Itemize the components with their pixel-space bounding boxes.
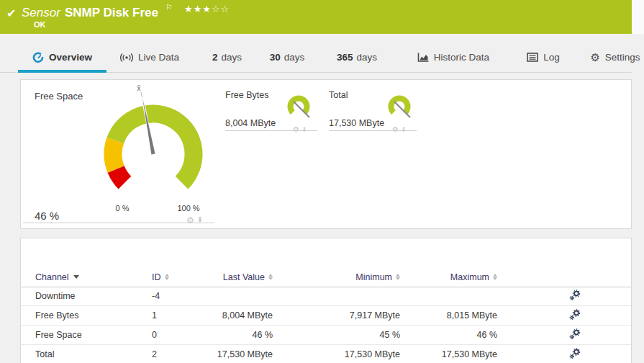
status-badge: OK — [34, 20, 46, 29]
pin-icon[interactable] — [196, 214, 204, 227]
channel-settings-icon[interactable] — [569, 328, 581, 340]
tab-label: Settings — [605, 52, 640, 63]
tab-historic-data[interactable]: Historic Data — [407, 42, 500, 72]
tab-365-days[interactable]: 365 days — [322, 42, 391, 72]
active-tab-underline — [18, 70, 106, 73]
main-gauge-actions: ⚙ — [186, 214, 204, 227]
free-bytes-title: Free Bytes — [225, 90, 268, 100]
cell-last: 17,530 MByte — [215, 349, 273, 359]
right-gutter — [632, 0, 644, 34]
cell-divider — [225, 130, 317, 131]
flag-icon[interactable]: ⚐ — [165, 3, 173, 12]
gauge-min-label: 0 % — [116, 204, 130, 212]
tab-log[interactable]: Log — [517, 42, 570, 72]
channel-settings-icon[interactable] — [569, 290, 581, 301]
stars-empty: ☆☆ — [212, 4, 230, 14]
tab-overview[interactable]: Overview — [18, 42, 106, 72]
sort-desc-icon — [73, 275, 79, 279]
average-marker: x̄ — [137, 84, 141, 92]
cell-last: 8,004 MByte — [215, 310, 273, 321]
sensor-kind-label: Sensor — [22, 6, 60, 19]
header-id[interactable]: ID — [152, 272, 169, 282]
live-icon — [120, 53, 133, 63]
header-maximum[interactable]: Maximum — [400, 272, 497, 282]
cell-id: 1 — [152, 310, 215, 321]
cell-id: 0 — [152, 330, 215, 340]
free-bytes-mini-gauge — [283, 91, 314, 123]
gauge-icon — [32, 52, 44, 63]
channels-panel: Channel ID Last Value Minimum Maximum Do… — [20, 238, 632, 363]
table-row: Free Space 0 46 % 45 % 46 % — [21, 326, 631, 345]
ok-check-icon: ✔ — [6, 6, 16, 20]
tab-label: days — [221, 52, 242, 63]
stars-filled: ★★★ — [184, 4, 212, 14]
cell-min: 7,917 MByte — [273, 310, 400, 321]
sensor-title: SensorSNMP Disk Free — [22, 6, 158, 20]
table-header-row: Channel ID Last Value Minimum Maximum — [21, 267, 631, 287]
pin-icon[interactable] — [301, 123, 307, 136]
free-bytes-actions: ⚙ — [293, 123, 307, 136]
gauge-max-label: 100 % — [177, 204, 199, 212]
cell-channel: Free Bytes — [35, 310, 152, 321]
channel-settings-icon[interactable] — [569, 348, 581, 359]
gauges-panel: Free Space x̄ 0 % 100 % 46 % ⚙ Free Byt — [20, 79, 632, 229]
log-icon — [527, 53, 538, 62]
tab-2-days[interactable]: 2 days — [200, 42, 254, 72]
total-mini-gauge — [384, 91, 415, 123]
sort-icon — [493, 274, 497, 281]
free-bytes-value: 8,004 MByte — [225, 118, 276, 128]
table-row: Total 2 17,530 MByte 17,530 MByte 17,530… — [21, 345, 631, 363]
cell-channel: Total — [35, 349, 152, 359]
pin-icon[interactable] — [401, 123, 407, 136]
tab-live-data[interactable]: Live Data — [114, 42, 186, 72]
gear-icon: ⚙ — [590, 52, 599, 63]
cell-max: 17,530 MByte — [400, 349, 497, 359]
total-title: Total — [329, 90, 348, 100]
total-value: 17,530 MByte — [329, 118, 384, 128]
tab-label: Live Data — [138, 52, 179, 63]
prtg-sensor-page: ✔ SensorSNMP Disk Free ⚐ ★★★☆☆ OK Overvi… — [0, 0, 644, 363]
gauge-settings-icon[interactable]: ⚙ — [293, 126, 299, 133]
cell-id: 2 — [152, 349, 215, 359]
tab-number: 30 — [270, 52, 281, 63]
main-gauge-value: 46 % — [35, 210, 59, 222]
cell-last: 46 % — [215, 330, 273, 340]
cell-max: 8,015 MByte — [400, 310, 497, 321]
tab-30-days[interactable]: 30 days — [259, 42, 315, 72]
header-minimum[interactable]: Minimum — [273, 272, 400, 282]
free-space-gauge: x̄ 0 % 100 % — [81, 80, 225, 220]
tab-label: Historic Data — [434, 52, 489, 63]
tab-number: 365 — [337, 52, 353, 63]
cell-min: 17,530 MByte — [273, 349, 400, 359]
cell-channel: Downtime — [35, 291, 152, 301]
cell-channel: Free Space — [35, 330, 152, 340]
cell-divider — [329, 130, 417, 131]
priority-stars[interactable]: ★★★☆☆ — [184, 4, 230, 14]
tab-bar: Overview Live Data 2 days 30 days 365 da… — [0, 42, 632, 73]
tab-number: 2 — [212, 52, 218, 63]
sensor-name: SNMP Disk Free — [65, 6, 158, 19]
cell-id: -4 — [152, 291, 215, 301]
total-actions: ⚙ — [392, 123, 407, 136]
tab-label: days — [357, 52, 378, 63]
tab-label: Overview — [49, 52, 92, 63]
cell-min: 45 % — [273, 330, 400, 340]
header-last-value[interactable]: Last Value — [215, 272, 273, 282]
tab-label: days — [284, 52, 305, 63]
tab-settings[interactable]: ⚙ Settings — [586, 42, 644, 72]
channel-settings-icon[interactable] — [569, 309, 581, 321]
sensor-status-header: ✔ SensorSNMP Disk Free ⚐ ★★★☆☆ OK — [0, 0, 632, 34]
gauge-settings-icon[interactable]: ⚙ — [186, 216, 194, 225]
cell-max: 46 % — [400, 330, 497, 340]
gauge-settings-icon[interactable]: ⚙ — [392, 126, 399, 133]
cell-divider — [23, 223, 214, 223]
chart-icon — [417, 53, 429, 63]
table-row: Free Bytes 1 8,004 MByte 7,917 MByte 8,0… — [21, 306, 631, 326]
sort-icon — [165, 274, 169, 281]
tab-label: Log — [543, 52, 560, 63]
main-gauge-title: Free Space — [35, 91, 83, 102]
header-channel[interactable]: Channel — [35, 272, 79, 282]
table-row: Downtime -4 — [21, 287, 631, 306]
